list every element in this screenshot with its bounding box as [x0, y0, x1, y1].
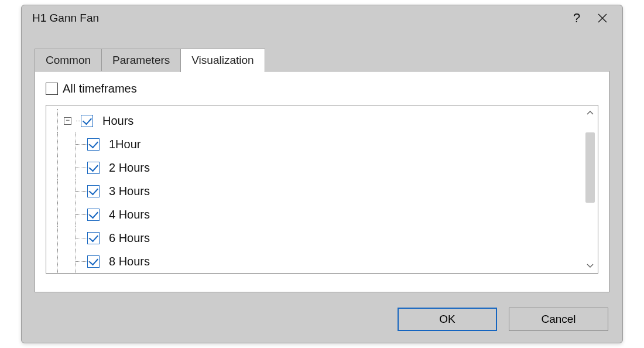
tree-item-label: 1Hour: [109, 138, 141, 151]
close-button[interactable]: [590, 6, 615, 30]
scrollbar[interactable]: [584, 107, 597, 272]
all-timeframes-checkbox[interactable]: All timeframes: [46, 82, 598, 95]
tree-line: [64, 203, 87, 226]
tree-item[interactable]: 2 Hours: [51, 156, 595, 179]
tab-parameters[interactable]: Parameters: [101, 49, 181, 71]
tree-item-label: 6 Hours: [109, 231, 150, 245]
dialog-window: H1 Gann Fan ? Common Parameters Visualiz…: [21, 5, 623, 343]
window-title: H1 Gann Fan: [32, 12, 564, 25]
tree-line: [64, 250, 87, 273]
tree-line: [64, 156, 87, 179]
checkbox-icon[interactable]: [87, 162, 100, 174]
all-timeframes-label: All timeframes: [63, 82, 137, 95]
checkbox-icon[interactable]: [87, 209, 100, 221]
tree-line: [51, 179, 64, 203]
tree-item-label: 8 Hours: [109, 255, 150, 268]
checkbox-icon[interactable]: [87, 185, 100, 197]
scroll-down-icon[interactable]: [584, 260, 597, 272]
tree-item-label: 3 Hours: [109, 185, 150, 198]
tree-item[interactable]: 6 Hours: [51, 226, 595, 250]
checkbox-icon[interactable]: [87, 138, 100, 151]
tree-line: [51, 226, 64, 250]
tree-line: [51, 250, 64, 273]
tree-line: [51, 156, 64, 179]
scroll-up-icon[interactable]: [584, 107, 597, 118]
tree-item[interactable]: 4 Hours: [51, 203, 595, 226]
tree-group-label: Hours: [102, 114, 133, 128]
ok-button[interactable]: OK: [398, 308, 497, 331]
cancel-button[interactable]: Cancel: [509, 308, 608, 331]
tree-connector: [76, 121, 80, 121]
tree-line: [64, 226, 87, 250]
tree-item[interactable]: 8 Hours: [51, 250, 595, 273]
titlebar: H1 Gann Fan ?: [22, 5, 622, 31]
tab-visualization[interactable]: Visualization: [180, 49, 265, 72]
tree-line: [64, 132, 87, 156]
button-row: OK Cancel: [398, 308, 608, 331]
tree-line: [51, 132, 64, 156]
tab-row: Common Parameters Visualization: [22, 46, 622, 71]
tree-line: [64, 179, 87, 203]
checkbox-icon[interactable]: [81, 115, 93, 127]
timeframes-tree: − Hours 1Hour 2 Hours: [46, 105, 598, 274]
checkbox-icon[interactable]: [87, 232, 100, 244]
scroll-thumb[interactable]: [585, 132, 595, 203]
help-button[interactable]: ?: [564, 6, 590, 30]
tree-expander[interactable]: −: [64, 117, 71, 125]
tree-item-label: 4 Hours: [109, 208, 150, 221]
timeframes-tree-container: − Hours 1Hour 2 Hours: [46, 105, 598, 274]
checkbox-icon: [46, 83, 58, 95]
scroll-track[interactable]: [584, 118, 597, 260]
checkbox-icon[interactable]: [87, 255, 100, 268]
tree-item[interactable]: 3 Hours: [51, 179, 595, 203]
tree-group-hours[interactable]: − Hours: [51, 109, 595, 132]
tab-panel-visualization: All timeframes − Hours 1Hour: [35, 71, 609, 292]
tree-item-label: 2 Hours: [109, 161, 150, 175]
tab-common[interactable]: Common: [35, 49, 102, 71]
tree-line: [51, 109, 64, 132]
tree-item[interactable]: 1Hour: [51, 132, 595, 156]
tree-line: [51, 203, 64, 226]
close-icon: [597, 13, 608, 23]
